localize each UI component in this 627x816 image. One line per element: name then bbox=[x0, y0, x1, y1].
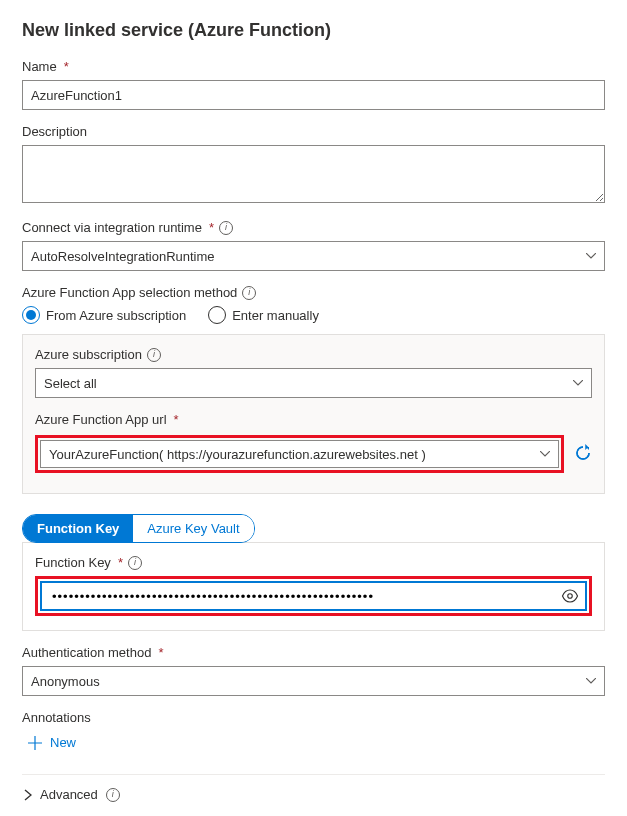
runtime-label: Connect via integration runtime* i bbox=[22, 220, 605, 235]
app-url-select[interactable]: YourAzureFunction( https://yourazurefunc… bbox=[40, 440, 559, 468]
info-icon[interactable]: i bbox=[242, 286, 256, 300]
advanced-toggle[interactable]: Advanced i bbox=[24, 787, 120, 802]
tab-azure-key-vault[interactable]: Azure Key Vault bbox=[133, 515, 253, 542]
name-input[interactable] bbox=[22, 80, 605, 110]
chevron-down-icon bbox=[573, 380, 583, 386]
app-url-highlight: YourAzureFunction( https://yourazurefunc… bbox=[35, 435, 564, 473]
plus-icon bbox=[28, 736, 42, 750]
app-url-label: Azure Function App url* bbox=[35, 412, 592, 427]
subscription-select[interactable]: Select all bbox=[35, 368, 592, 398]
function-key-input-wrap bbox=[40, 581, 587, 611]
key-source-tabs: Function Key Azure Key Vault bbox=[22, 514, 255, 543]
auth-method-label: Authentication method* bbox=[22, 645, 605, 660]
auth-method-select[interactable]: Anonymous bbox=[22, 666, 605, 696]
function-key-highlight bbox=[35, 576, 592, 616]
description-label: Description bbox=[22, 124, 605, 139]
info-icon[interactable]: i bbox=[106, 788, 120, 802]
chevron-down-icon bbox=[586, 678, 596, 684]
info-icon[interactable]: i bbox=[128, 556, 142, 570]
eye-icon[interactable] bbox=[561, 587, 579, 605]
annotations-add-button[interactable]: New bbox=[28, 735, 76, 750]
radio-enter-manually[interactable]: Enter manually bbox=[208, 306, 319, 324]
runtime-select[interactable]: AutoResolveIntegrationRuntime bbox=[22, 241, 605, 271]
chevron-down-icon bbox=[540, 451, 550, 457]
divider bbox=[22, 774, 605, 775]
subscription-label: Azure subscription i bbox=[35, 347, 592, 362]
annotations-label: Annotations bbox=[22, 710, 605, 725]
info-icon[interactable]: i bbox=[147, 348, 161, 362]
page-title: New linked service (Azure Function) bbox=[22, 20, 605, 41]
svg-point-1 bbox=[568, 594, 573, 599]
function-key-input[interactable] bbox=[50, 588, 561, 605]
radio-from-subscription[interactable]: From Azure subscription bbox=[22, 306, 186, 324]
info-icon[interactable]: i bbox=[219, 221, 233, 235]
tab-function-key[interactable]: Function Key bbox=[23, 515, 133, 542]
name-label: Name* bbox=[22, 59, 605, 74]
selection-method-label: Azure Function App selection method i bbox=[22, 285, 605, 300]
function-key-label: Function Key* i bbox=[35, 555, 592, 570]
chevron-right-icon bbox=[24, 789, 32, 801]
description-textarea[interactable] bbox=[22, 145, 605, 203]
refresh-icon[interactable] bbox=[574, 444, 592, 462]
chevron-down-icon bbox=[586, 253, 596, 259]
